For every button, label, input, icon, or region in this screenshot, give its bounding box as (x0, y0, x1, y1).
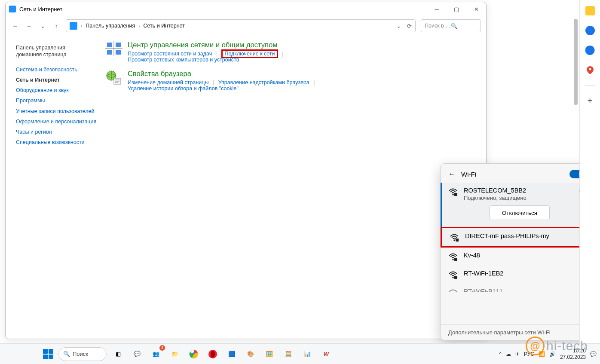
refresh-icon[interactable]: ⟳ (407, 23, 412, 29)
watermark-text: hi-tech (546, 339, 588, 353)
app-icon[interactable]: 🖼️ (261, 346, 278, 362)
start-button[interactable] (41, 347, 55, 361)
control-panel-window: Сеть и Интернет ─ ▢ ✕ ← → ⌄ ↑ › Панель у… (5, 2, 487, 339)
svg-point-16 (589, 68, 591, 70)
taskbar: 🔍 Поиск ◧ 💬 👥3 📁 🟦 🎨 🖼️ 🧮 📊 W ^ ☁ ✈ РУС … (0, 343, 600, 364)
network-name: RT-WiFi-1EB2 (464, 270, 587, 277)
close-button[interactable]: ✕ (466, 2, 486, 16)
wifi-network-item[interactable]: RT-WiFi-B111 (441, 284, 594, 292)
search-input[interactable]: Поиск в панели … 🔍 (421, 19, 481, 32)
app-icon[interactable]: 🟦 (223, 346, 240, 362)
svg-rect-9 (454, 193, 457, 196)
teams-icon[interactable]: 👥3 (148, 346, 164, 362)
address-bar[interactable]: › Панель управления › Сеть и Интернет ⌄ … (66, 19, 416, 32)
wifi-flyout: ← Wi-Fi ROSTELECOM_5BB2 Подключено, защи… (440, 163, 595, 340)
wifi-signal-icon (448, 252, 458, 261)
network-name: RT-WiFi-B111 (464, 288, 587, 292)
svg-point-12 (452, 259, 453, 260)
wifi-network-item[interactable]: RT-WiFi-1EB2 (441, 266, 594, 284)
app-icon (9, 6, 16, 12)
svg-point-20 (211, 351, 215, 358)
wifi-signal-icon (448, 270, 458, 279)
at-icon: @ (526, 336, 545, 355)
sidebar-icon[interactable] (585, 6, 595, 15)
sidebar-icon[interactable] (585, 46, 595, 55)
app-icon[interactable]: 📊 (299, 346, 315, 362)
sidebar-item-1[interactable]: Сеть и Интернет (16, 75, 97, 85)
network-name: DIRECT-mF pass-PHILIPs-my (465, 232, 585, 239)
browser-sidebar: + (579, 0, 600, 343)
breadcrumb-0[interactable]: Панель управления (86, 23, 135, 29)
sidebar-item-0[interactable]: Система и безопасность (16, 64, 97, 75)
search-icon: 🔍 (451, 23, 477, 29)
wifi-signal-icon (448, 187, 458, 223)
chevron-icon: › (138, 24, 140, 28)
sidebar-home[interactable]: Панель управления — домашняя страница (16, 43, 97, 60)
scrollbar-thumb[interactable] (574, 19, 578, 105)
search-placeholder: Поиск в панели … (425, 23, 451, 29)
svg-rect-2 (107, 50, 112, 55)
chat-icon[interactable]: 💬 (129, 346, 145, 362)
sidebar-icon[interactable] (585, 26, 595, 35)
link-homepage[interactable]: Изменение домашней страницы (128, 80, 208, 86)
category-title-0[interactable]: Центр управления сетями и общим доступом (128, 41, 286, 49)
wifi-network-item[interactable]: Kv-48 (441, 248, 594, 266)
svg-rect-1 (116, 43, 121, 47)
link-view-computers[interactable]: Просмотр сетевых компьютеров и устройств (128, 57, 239, 63)
search-icon: 🔍 (63, 351, 70, 357)
history-dropdown-icon[interactable]: ⌄ (396, 23, 401, 29)
onedrive-icon[interactable]: ☁ (506, 351, 511, 357)
sidebar-item-4[interactable]: Учетные записи пользователей (16, 106, 97, 116)
link-view-status[interactable]: Просмотр состояния сети и задач (128, 51, 212, 57)
sidebar-item-2[interactable]: Оборудование и звук (16, 85, 97, 95)
task-view-icon[interactable]: ◧ (110, 346, 126, 362)
sidebar-item-5[interactable]: Оформление и персонализация (16, 116, 97, 127)
calculator-icon[interactable]: 🧮 (280, 346, 297, 362)
chevron-icon: › (81, 24, 82, 28)
explorer-icon[interactable]: 📁 (167, 346, 183, 362)
maximize-button[interactable]: ▢ (447, 2, 466, 16)
forward-button[interactable]: → (24, 21, 33, 30)
link-clear-history[interactable]: Удаление истории обзора и файлов "cookie… (128, 86, 239, 92)
network-name: ROSTELECOM_5BB2 (464, 187, 573, 194)
breadcrumb-1[interactable]: Сеть и Интернет (144, 23, 185, 29)
disconnect-button[interactable]: Отключиться (490, 205, 550, 220)
network-name: Kv-48 (464, 252, 587, 259)
back-button[interactable]: ← (11, 21, 19, 30)
opera-icon[interactable] (205, 346, 221, 362)
browser-properties-icon (105, 70, 122, 85)
wifi-network-item[interactable]: DIRECT-mF pass-PHILIPs-my (441, 227, 594, 248)
sidebar-item-6[interactable]: Часы и регион (16, 127, 97, 137)
svg-rect-0 (107, 43, 112, 47)
sidebar-item-7[interactable]: Специальные возможности (16, 137, 97, 147)
wifi-back-button[interactable]: ← (448, 170, 455, 178)
svg-point-8 (452, 194, 453, 195)
wifi-network-item[interactable]: ROSTELECOM_5BB2 Подключено, защищено Отк… (441, 183, 594, 227)
network-status: Подключено, защищено (464, 195, 573, 201)
content-area: Центр управления сетями и общим доступом… (97, 36, 486, 339)
up-button[interactable]: ↑ (52, 21, 61, 30)
wps-icon[interactable]: W (318, 346, 334, 362)
tray-overflow-icon[interactable]: ^ (499, 351, 502, 357)
notifications-icon[interactable]: 💬 (590, 351, 597, 357)
category-network-center: Центр управления сетями и общим доступом… (105, 41, 478, 63)
sidebar: Панель управления — домашняя страница Си… (6, 36, 97, 339)
wifi-network-list: ROSTELECOM_5BB2 Подключено, защищено Отк… (441, 183, 594, 324)
folder-icon (70, 22, 77, 30)
maps-icon[interactable] (585, 65, 595, 75)
paint-icon[interactable]: 🎨 (242, 346, 259, 362)
taskbar-search[interactable]: 🔍 Поиск (58, 347, 107, 361)
recent-dropdown[interactable]: ⌄ (38, 21, 47, 30)
svg-rect-3 (116, 50, 121, 55)
sidebar-item-3[interactable]: Программы (16, 95, 97, 106)
telegram-icon[interactable]: ✈ (515, 351, 520, 357)
category-title-1[interactable]: Свойства браузера (128, 70, 318, 78)
wifi-title: Wi-Fi (461, 171, 476, 178)
svg-point-14 (452, 277, 453, 278)
link-addons[interactable]: Управление надстройками браузера (218, 80, 309, 86)
toolbar: ← → ⌄ ↑ › Панель управления › Сеть и Инт… (6, 16, 486, 36)
add-sidebar-icon[interactable]: + (588, 96, 593, 106)
minimize-button[interactable]: ─ (427, 2, 447, 16)
watermark: @ hi-tech (526, 336, 588, 355)
chrome-icon[interactable] (186, 346, 202, 362)
